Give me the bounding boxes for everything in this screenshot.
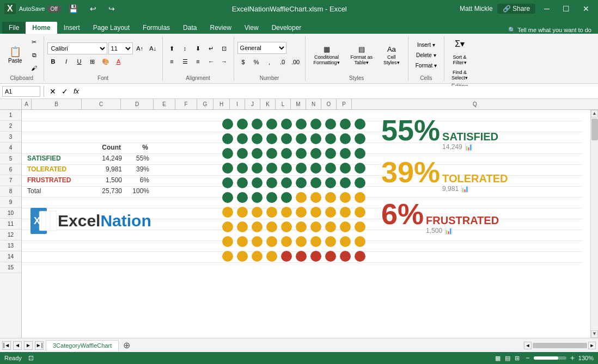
align-bottom-button[interactable]: ⬇: [192, 42, 204, 54]
autosave-toggle[interactable]: Off: [47, 5, 60, 13]
view-normal-button[interactable]: ▦: [495, 355, 501, 362]
tab-developer[interactable]: Developer: [265, 22, 308, 34]
cell-styles-button[interactable]: Aa CellStyles▾: [379, 42, 405, 68]
tab-review[interactable]: Review: [203, 22, 237, 34]
restore-button[interactable]: ☐: [558, 3, 574, 14]
delete-cells-button[interactable]: Delete ▾: [412, 51, 441, 60]
scroll-thumb[interactable]: [591, 119, 598, 140]
vertical-scrollbar[interactable]: ▲ ▼: [590, 110, 598, 338]
view-break-button[interactable]: ⊞: [515, 355, 520, 362]
waffle-dot-15: [296, 133, 307, 144]
scroll-down-button[interactable]: ▼: [591, 330, 598, 338]
cancel-formula-button[interactable]: ✕: [47, 87, 58, 96]
waffle-dot-20: [222, 148, 233, 159]
wrap-text-button[interactable]: ↵: [205, 42, 217, 54]
scroll-left-button[interactable]: ◄: [524, 342, 532, 349]
number-format-select[interactable]: General: [237, 42, 286, 54]
undo-button[interactable]: ↩: [86, 3, 101, 14]
percent-button[interactable]: %: [251, 56, 263, 68]
tab-file[interactable]: File: [2, 22, 26, 34]
waffle-dot-31: [237, 163, 248, 174]
tab-formulas[interactable]: Formulas: [136, 22, 176, 34]
paste-button[interactable]: 📋 Paste: [3, 44, 27, 66]
format-cells-button[interactable]: Format ▾: [412, 61, 441, 70]
confirm-formula-button[interactable]: ✓: [59, 87, 70, 96]
decrease-decimal-button[interactable]: .0: [277, 56, 289, 68]
increase-decimal-button[interactable]: .00: [290, 56, 302, 68]
cell-reference-input[interactable]: [2, 86, 40, 97]
share-button[interactable]: 🔗 Share: [497, 4, 535, 14]
decrease-indent-button[interactable]: ←: [205, 55, 217, 67]
increase-indent-button[interactable]: →: [218, 55, 230, 67]
zoom-in-button[interactable]: ＋: [569, 353, 576, 363]
waffle-dot-76: [310, 221, 321, 232]
col-head-B: B: [32, 99, 82, 109]
increase-font-button[interactable]: A↑: [134, 42, 146, 54]
scroll-up-button[interactable]: ▲: [591, 110, 598, 118]
find-select-button[interactable]: Find &Select▾: [448, 68, 472, 82]
function-button[interactable]: fx: [71, 87, 81, 96]
tab-insert[interactable]: Insert: [57, 22, 87, 34]
sheet-nav-next[interactable]: ►: [24, 341, 33, 350]
minimize-button[interactable]: ─: [540, 3, 554, 14]
bold-button[interactable]: B: [47, 55, 59, 67]
waffle-dot-68: [340, 207, 351, 218]
frustrated-label: FRUSTRATED: [27, 176, 83, 184]
comma-button[interactable]: ,: [264, 56, 276, 68]
tab-page-layout[interactable]: Page Layout: [87, 22, 136, 34]
cut-button[interactable]: ✂: [28, 36, 40, 48]
align-left-button[interactable]: ≡: [166, 55, 178, 67]
sort-filter-button[interactable]: Sort &Filter▾: [449, 53, 471, 67]
font-color-button[interactable]: A: [113, 55, 125, 67]
font-name-select[interactable]: Calibri: [47, 42, 107, 54]
scroll-right-button[interactable]: ►: [588, 342, 596, 349]
align-top-button[interactable]: ⬆: [166, 42, 178, 54]
row-num-13: 13: [0, 240, 21, 251]
format-painter-button[interactable]: 🖌: [28, 62, 40, 74]
align-right-button[interactable]: ≡: [192, 55, 204, 67]
h-scroll-area[interactable]: ◄ ►: [524, 342, 596, 349]
zoom-controls[interactable]: － ＋ 130%: [524, 353, 594, 363]
copy-button[interactable]: ⧉: [28, 49, 40, 61]
redo-button[interactable]: ↪: [104, 3, 119, 14]
conditional-formatting-button[interactable]: ▦ ConditionalFormatting▾: [309, 42, 345, 68]
sheet-tab-1[interactable]: 3CategoryWaffleChart: [46, 340, 119, 351]
align-middle-button[interactable]: ↕: [179, 42, 191, 54]
waffle-dot-75: [296, 221, 307, 232]
ribbon-group-cells: Insert ▾ Delete ▾ Format ▾ Cells: [408, 36, 444, 81]
styles-label: Styles: [349, 74, 364, 81]
sheet-nav-last[interactable]: ►|: [35, 341, 44, 350]
underline-button[interactable]: U: [74, 55, 86, 67]
view-layout-button[interactable]: ▤: [505, 355, 510, 362]
border-button[interactable]: ⊞: [87, 55, 99, 67]
decrease-font-button[interactable]: A↓: [147, 42, 159, 54]
close-button[interactable]: ✕: [578, 3, 594, 14]
row-num-12: 12: [0, 230, 21, 240]
insert-cells-button[interactable]: Insert ▾: [412, 40, 441, 50]
italic-button[interactable]: I: [60, 55, 72, 67]
save-button[interactable]: 💾: [64, 3, 82, 14]
sheet-nav-prev[interactable]: ◄: [13, 341, 22, 350]
format-as-table-button[interactable]: ▤ Format asTable▾: [346, 42, 378, 68]
waffle-dot-65: [296, 207, 307, 218]
align-center-button[interactable]: ☰: [179, 55, 191, 67]
tell-me-box[interactable]: 🔍 Tell me what you want to do: [508, 27, 591, 34]
col-head-A: A: [22, 99, 32, 109]
zoom-slider[interactable]: [534, 356, 566, 360]
fill-color-button[interactable]: 🎨: [100, 55, 112, 67]
h-scroll-thumb[interactable]: [533, 343, 587, 348]
tolerated-stat-label: TOLERATED: [442, 172, 508, 185]
tab-data[interactable]: Data: [176, 22, 203, 34]
add-sheet-button[interactable]: ⊕: [121, 340, 132, 350]
formula-input[interactable]: [83, 86, 596, 97]
zoom-out-button[interactable]: －: [524, 353, 532, 363]
font-size-select[interactable]: 11: [108, 42, 133, 54]
currency-button[interactable]: $: [237, 56, 249, 68]
tab-home[interactable]: Home: [26, 22, 57, 34]
tab-view[interactable]: View: [238, 22, 265, 34]
svg-rect-1: [39, 211, 57, 231]
sheet-nav-first[interactable]: |◄: [2, 341, 11, 350]
autosum-button[interactable]: Σ▾: [450, 36, 469, 52]
merge-button[interactable]: ⊡: [218, 42, 230, 54]
scroll-track[interactable]: [591, 118, 598, 330]
